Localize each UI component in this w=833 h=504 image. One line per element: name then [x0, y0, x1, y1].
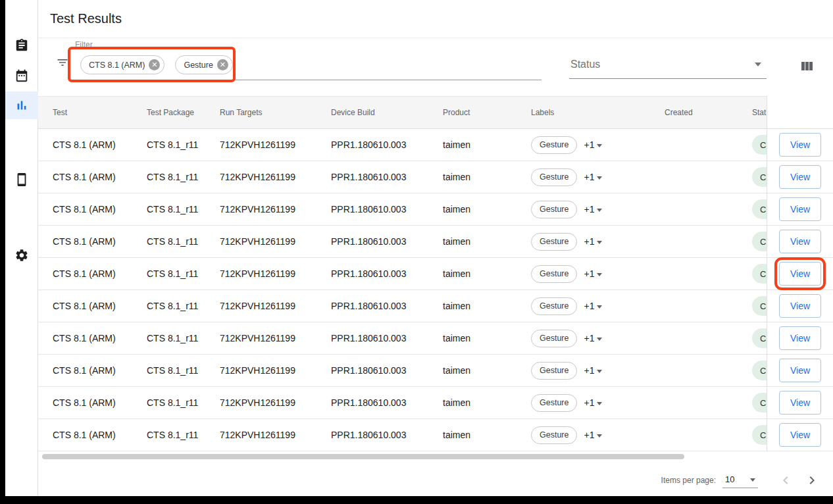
view-button[interactable]: View	[779, 423, 821, 447]
view-button[interactable]: View	[779, 359, 821, 382]
cell-test-package: CTS 8.1_r11	[147, 139, 220, 150]
cell-status: C	[752, 199, 767, 219]
filter-chip[interactable]: CTS 8.1 (ARM) ✕	[80, 55, 164, 74]
sidebar-item-settings[interactable]	[5, 248, 38, 263]
view-button[interactable]: View	[779, 262, 821, 286]
more-labels-dropdown[interactable]: +1	[584, 301, 602, 311]
cell-status: C	[752, 232, 767, 251]
cell-test-package: CTS 8.1_r11	[147, 204, 220, 214]
cell-product: taimen	[443, 204, 531, 214]
filter-chip[interactable]: Gesture ✕	[175, 55, 232, 74]
more-labels-dropdown[interactable]: +1	[584, 397, 602, 408]
more-labels-dropdown[interactable]: +1	[584, 172, 602, 182]
cell-test-package: CTS 8.1_r11	[147, 365, 220, 376]
table-header-row: Test Test Package Run Targets Device Bui…	[38, 96, 767, 129]
view-button-wrap: View	[779, 294, 821, 318]
more-labels-dropdown[interactable]: +1	[584, 365, 602, 376]
chevron-down-icon	[597, 144, 602, 147]
items-per-page-label: Items per page:	[661, 476, 716, 485]
column-header-status: Stat	[752, 108, 767, 117]
table-row: CTS 8.1 (ARM) CTS 8.1_r11 712KPVH1261199…	[38, 193, 767, 226]
sidebar-item-test-plans[interactable]	[5, 68, 38, 83]
cell-test-package: CTS 8.1_r11	[147, 268, 220, 279]
view-button-wrap: View	[779, 165, 821, 189]
view-cell: View	[767, 193, 833, 226]
cell-test: CTS 8.1 (ARM)	[53, 268, 147, 279]
horizontal-scrollbar[interactable]	[42, 454, 684, 459]
cell-device-build: PPR1.180610.003	[331, 139, 443, 150]
cell-labels: Gesture +1	[531, 136, 665, 154]
cell-test-package: CTS 8.1_r11	[147, 172, 220, 182]
more-labels-count: +1	[584, 430, 594, 440]
view-button-wrap: View	[779, 197, 821, 221]
bottom-edge-bar	[0, 496, 833, 504]
label-chip: Gesture	[531, 168, 577, 186]
sidebar-item-test-results[interactable]	[5, 98, 38, 113]
cell-status: C	[752, 167, 767, 187]
cell-product: taimen	[443, 301, 531, 311]
cell-run-targets: 712KPVH1261199	[220, 204, 331, 214]
chip-remove-icon[interactable]: ✕	[217, 59, 228, 70]
column-header-test: Test	[53, 108, 147, 117]
more-labels-dropdown[interactable]: +1	[584, 268, 602, 279]
more-labels-dropdown[interactable]: +1	[584, 430, 602, 440]
filter-chip-label: Gesture	[184, 61, 213, 70]
cell-test-package: CTS 8.1_r11	[147, 430, 220, 440]
more-labels-dropdown[interactable]: +1	[584, 236, 602, 247]
cell-test: CTS 8.1 (ARM)	[53, 204, 147, 214]
status-select[interactable]: Status	[569, 50, 767, 79]
cell-device-build: PPR1.180610.003	[331, 268, 443, 279]
chevron-left-icon	[778, 472, 794, 488]
cell-status: C	[752, 361, 767, 380]
cell-labels: Gesture +1	[531, 265, 665, 283]
page-title: Test Results	[50, 11, 122, 26]
cell-device-build: PPR1.180610.003	[331, 301, 443, 311]
view-button[interactable]: View	[779, 294, 821, 318]
table-row: CTS 8.1 (ARM) CTS 8.1_r11 712KPVH1261199…	[38, 419, 767, 451]
more-labels-dropdown[interactable]: +1	[584, 333, 602, 343]
column-header-device-build: Device Build	[331, 108, 443, 117]
next-page-button[interactable]	[804, 472, 820, 488]
view-button[interactable]: View	[779, 326, 821, 350]
chevron-down-icon	[597, 273, 602, 276]
cell-labels: Gesture +1	[531, 168, 665, 186]
cell-run-targets: 712KPVH1261199	[220, 365, 331, 376]
main-content: Test Results Filter CTS 8.1 (ARM) ✕ Gest…	[38, 0, 833, 504]
view-button[interactable]: View	[779, 197, 821, 221]
cell-product: taimen	[443, 268, 531, 279]
cell-labels: Gesture +1	[531, 394, 665, 412]
table-row: CTS 8.1 (ARM) CTS 8.1_r11 712KPVH1261199…	[38, 387, 767, 419]
view-button-wrap: View	[779, 423, 821, 447]
view-button[interactable]: View	[779, 133, 821, 157]
filter-icon[interactable]	[56, 56, 69, 69]
page-size-select[interactable]: 10	[722, 472, 758, 488]
label-chip: Gesture	[531, 233, 577, 251]
sidebar-item-test-runs[interactable]	[5, 38, 38, 53]
status-badge: C	[752, 167, 767, 187]
chevron-down-icon	[750, 478, 755, 482]
sidebar-item-devices[interactable]	[5, 172, 38, 187]
table-row: CTS 8.1 (ARM) CTS 8.1_r11 712KPVH1261199…	[38, 161, 767, 193]
view-columns-icon[interactable]	[799, 59, 815, 74]
chip-remove-icon[interactable]: ✕	[149, 59, 160, 70]
cell-run-targets: 712KPVH1261199	[220, 236, 331, 247]
table-row: CTS 8.1 (ARM) CTS 8.1_r11 712KPVH1261199…	[38, 355, 767, 387]
table-row: CTS 8.1 (ARM) CTS 8.1_r11 712KPVH1261199…	[38, 290, 767, 322]
cell-test: CTS 8.1 (ARM)	[53, 365, 147, 376]
view-cell: View	[767, 419, 833, 451]
previous-page-button[interactable]	[778, 472, 794, 488]
chevron-down-icon	[597, 338, 602, 341]
view-cell: View	[767, 161, 833, 193]
status-badge: C	[752, 425, 767, 445]
view-button-wrap: View	[779, 230, 821, 253]
view-button[interactable]: View	[779, 165, 821, 189]
more-labels-dropdown[interactable]: +1	[584, 139, 602, 150]
paginator: Items per page: 10	[38, 465, 833, 496]
more-labels-dropdown[interactable]: +1	[584, 204, 602, 214]
more-labels-count: +1	[584, 139, 594, 150]
column-header-test-package: Test Package	[147, 108, 220, 117]
filter-chip-label: CTS 8.1 (ARM)	[89, 61, 145, 70]
view-cell: View	[767, 322, 833, 355]
view-button[interactable]: View	[779, 391, 821, 415]
view-button[interactable]: View	[779, 230, 821, 253]
